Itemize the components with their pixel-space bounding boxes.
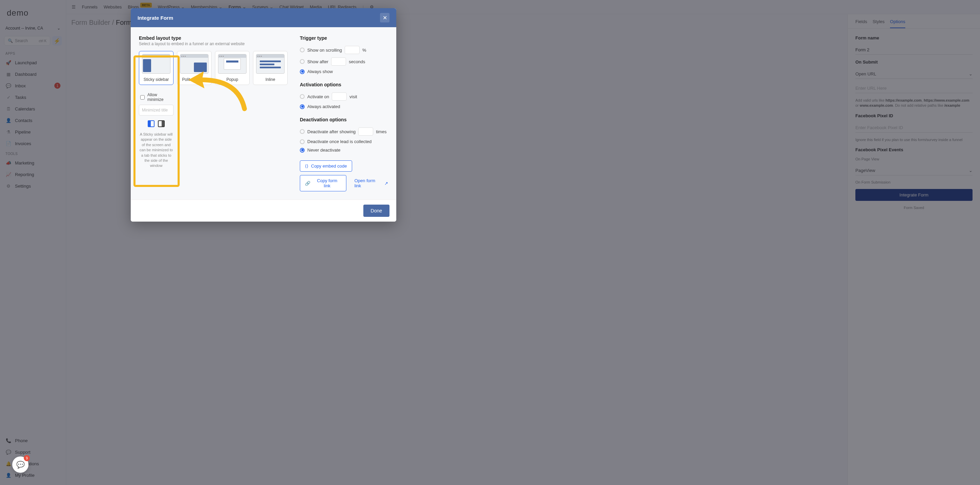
copy-form-link-button[interactable]: 🔗Copy form link <box>300 175 346 191</box>
trigger-title: Trigger type <box>300 35 388 41</box>
layout-polite-slide-in[interactable]: Polite slide-in <box>177 51 212 85</box>
activation-title: Activation options <box>300 82 388 87</box>
show-after-input[interactable] <box>331 57 346 65</box>
radio-show-after[interactable]: Show afterseconds <box>300 56 388 67</box>
side-left-button[interactable] <box>148 120 154 127</box>
deactivation-title: Deactivation options <box>300 117 388 122</box>
side-right-button[interactable] <box>158 120 165 127</box>
embed-subtitle: Select a layout to embed in a funnel or … <box>139 41 288 46</box>
radio-deactivate-lead[interactable]: Deactivate once lead is collected <box>300 137 388 146</box>
radio-always-activated[interactable]: Always activated <box>300 102 388 111</box>
chat-widget[interactable]: 💬 9 <box>12 456 29 473</box>
scroll-percent-input[interactable] <box>345 46 360 54</box>
radio-never-deactivate[interactable]: Never deactivate <box>300 146 388 154</box>
allow-minimize-checkbox[interactable] <box>140 95 145 100</box>
chat-icon: 💬 <box>16 461 25 469</box>
close-icon[interactable]: ✕ <box>380 13 390 22</box>
activate-visit-input[interactable] <box>332 93 347 101</box>
external-link-icon: ↗ <box>384 181 388 186</box>
integrate-form-modal: Integrate Form ✕ Embed layout type Selec… <box>131 8 396 222</box>
radio-always-show[interactable]: Always show <box>300 67 388 76</box>
open-form-link[interactable]: Open form link ↗ <box>355 178 388 188</box>
radio-activate-on[interactable]: Activate onvisit <box>300 91 388 102</box>
modal-title: Integrate Form <box>137 15 173 21</box>
radio-deactivate-after[interactable]: Deactivate after showingtimes <box>300 126 388 137</box>
layout-popup[interactable]: Popup <box>215 51 250 85</box>
embed-title: Embed layout type <box>139 35 288 41</box>
sticky-description: A Sticky sidebar will appear on the side… <box>139 132 173 169</box>
done-button[interactable]: Done <box>363 204 390 217</box>
copy-embed-code-button[interactable]: ⟨⟩Copy embed code <box>300 160 352 172</box>
code-icon: ⟨⟩ <box>305 163 308 169</box>
layout-sticky-sidebar[interactable]: Sticky sidebar <box>139 51 173 85</box>
minimized-title-input[interactable] <box>139 105 173 116</box>
radio-show-scrolling[interactable]: Show on scrolling% <box>300 44 388 56</box>
allow-minimize-label: Allow minimize <box>147 93 172 102</box>
layout-inline[interactable]: Inline <box>253 51 288 85</box>
deactivate-times-input[interactable] <box>358 128 373 136</box>
chat-badge: 9 <box>24 455 30 461</box>
link-icon: 🔗 <box>305 181 310 186</box>
